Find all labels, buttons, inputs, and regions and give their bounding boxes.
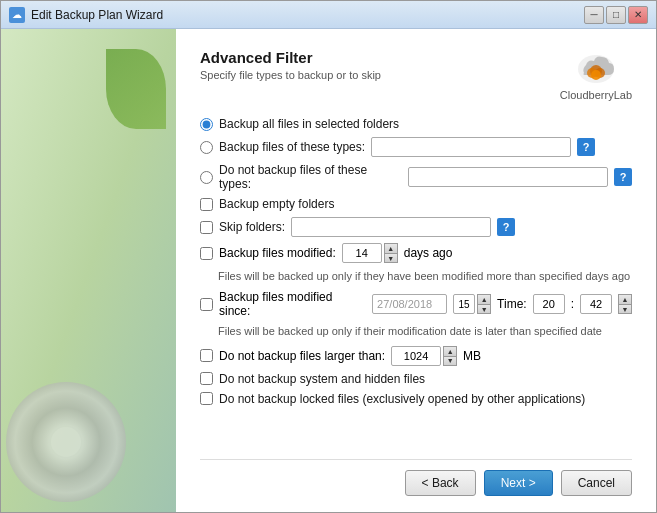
modified-since-date-input[interactable] <box>372 294 447 314</box>
modified-days-input[interactable]: 14 <box>342 243 382 263</box>
svg-point-4 <box>591 70 601 80</box>
skip-folders-input[interactable] <box>291 217 491 237</box>
skip-folders-label: Skip folders: <box>219 220 285 234</box>
time-arrows: ▲ ▼ <box>618 294 632 314</box>
backup-all-radio[interactable] <box>200 118 213 131</box>
modified-days-suffix: days ago <box>404 246 453 260</box>
no-backup-larger-row: Do not backup files larger than: ▲ ▼ MB <box>200 346 632 366</box>
larger-than-arrows: ▲ ▼ <box>443 346 457 366</box>
modified-since-cal-up[interactable]: ▲ <box>477 294 491 304</box>
backup-types-help-button[interactable]: ? <box>577 138 595 156</box>
larger-than-input[interactable] <box>391 346 441 366</box>
hint-modified: Files will be backed up only if they hav… <box>218 269 632 284</box>
backup-empty-row: Backup empty folders <box>200 197 632 211</box>
back-button[interactable]: < Back <box>405 470 476 496</box>
maximize-button[interactable]: □ <box>606 6 626 24</box>
backup-modified-since-checkbox[interactable] <box>200 298 213 311</box>
backup-types-row: Backup files of these types: ? <box>200 137 632 157</box>
cancel-button[interactable]: Cancel <box>561 470 632 496</box>
logo-area: CloudberryLab <box>560 49 632 101</box>
modified-since-cal-down[interactable]: ▼ <box>477 304 491 314</box>
modified-since-cal-input[interactable] <box>453 294 475 314</box>
modified-days-up[interactable]: ▲ <box>384 243 398 253</box>
content-area: Advanced Filter Specify file types to ba… <box>1 29 656 512</box>
modified-since-minute-input[interactable] <box>580 294 612 314</box>
skip-folders-row: Skip folders: ? <box>200 217 632 237</box>
backup-modified-since-row: Backup files modified since: ▲ ▼ Time: : <box>200 290 632 318</box>
backup-types-radio[interactable] <box>200 141 213 154</box>
no-system-hidden-row: Do not backup system and hidden files <box>200 372 632 386</box>
hint-modified-since: Files will be backed up only if their mo… <box>218 324 632 339</box>
logo-text: CloudberryLab <box>560 89 632 101</box>
backup-types-input[interactable] <box>371 137 571 157</box>
larger-than-down[interactable]: ▼ <box>443 356 457 366</box>
right-panel: Advanced Filter Specify file types to ba… <box>176 29 656 512</box>
footer: < Back Next > Cancel <box>200 459 632 496</box>
no-system-hidden-checkbox[interactable] <box>200 372 213 385</box>
larger-than-spinbox: ▲ ▼ <box>391 346 457 366</box>
close-button[interactable]: ✕ <box>628 6 648 24</box>
no-backup-types-radio[interactable] <box>200 171 213 184</box>
modified-since-cal-arrows: ▲ ▼ <box>477 294 491 314</box>
minimize-button[interactable]: ─ <box>584 6 604 24</box>
leaf-decoration <box>106 49 166 129</box>
backup-empty-label: Backup empty folders <box>219 197 334 211</box>
backup-modified-row: Backup files modified: 14 ▲ ▼ days ago <box>200 243 632 263</box>
no-backup-larger-checkbox[interactable] <box>200 349 213 362</box>
no-backup-types-row: Do not backup files of these types: ? <box>200 163 632 191</box>
no-backup-larger-label: Do not backup files larger than: <box>219 349 385 363</box>
modified-days-arrows: ▲ ▼ <box>384 243 398 263</box>
window-title: Edit Backup Plan Wizard <box>31 8 584 22</box>
no-backup-types-input[interactable] <box>408 167 608 187</box>
no-locked-checkbox[interactable] <box>200 392 213 405</box>
backup-all-row: Backup all files in selected folders <box>200 117 632 131</box>
backup-types-label: Backup files of these types: <box>219 140 365 154</box>
larger-than-unit: MB <box>463 349 481 363</box>
modified-since-cal-spinbox: ▲ ▼ <box>453 294 491 314</box>
page-title: Advanced Filter <box>200 49 381 66</box>
larger-than-up[interactable]: ▲ <box>443 346 457 356</box>
skip-folders-help-button[interactable]: ? <box>497 218 515 236</box>
time-label: Time: <box>497 297 527 311</box>
title-bar: ☁ Edit Backup Plan Wizard ─ □ ✕ <box>1 1 656 29</box>
backup-modified-checkbox[interactable] <box>200 247 213 260</box>
skip-folders-checkbox[interactable] <box>200 221 213 234</box>
no-locked-row: Do not backup locked files (exclusively … <box>200 392 632 406</box>
disc-inner <box>51 427 81 457</box>
header-text: Advanced Filter Specify file types to ba… <box>200 49 381 81</box>
main-window: ☁ Edit Backup Plan Wizard ─ □ ✕ Advanced… <box>0 0 657 513</box>
header-area: Advanced Filter Specify file types to ba… <box>200 49 632 101</box>
no-locked-label: Do not backup locked files (exclusively … <box>219 392 585 406</box>
left-panel <box>1 29 176 512</box>
no-backup-types-help-button[interactable]: ? <box>614 168 632 186</box>
no-backup-types-label: Do not backup files of these types: <box>219 163 402 191</box>
backup-modified-label: Backup files modified: <box>219 246 336 260</box>
window-controls: ─ □ ✕ <box>584 6 648 24</box>
modified-since-hour-input[interactable] <box>533 294 565 314</box>
backup-all-label: Backup all files in selected folders <box>219 117 399 131</box>
backup-modified-since-label: Backup files modified since: <box>219 290 366 318</box>
next-button[interactable]: Next > <box>484 470 553 496</box>
cloudberry-logo-icon <box>576 49 616 87</box>
modified-days-spinbox: 14 ▲ ▼ <box>342 243 398 263</box>
backup-empty-checkbox[interactable] <box>200 198 213 211</box>
time-colon: : <box>571 297 574 311</box>
form-area: Backup all files in selected folders Bac… <box>200 117 632 451</box>
time-down[interactable]: ▼ <box>618 304 632 314</box>
no-system-hidden-label: Do not backup system and hidden files <box>219 372 425 386</box>
modified-days-down[interactable]: ▼ <box>384 253 398 263</box>
window-icon: ☁ <box>9 7 25 23</box>
time-up[interactable]: ▲ <box>618 294 632 304</box>
page-subtitle: Specify file types to backup or to skip <box>200 69 381 81</box>
disc-decoration <box>6 382 126 502</box>
